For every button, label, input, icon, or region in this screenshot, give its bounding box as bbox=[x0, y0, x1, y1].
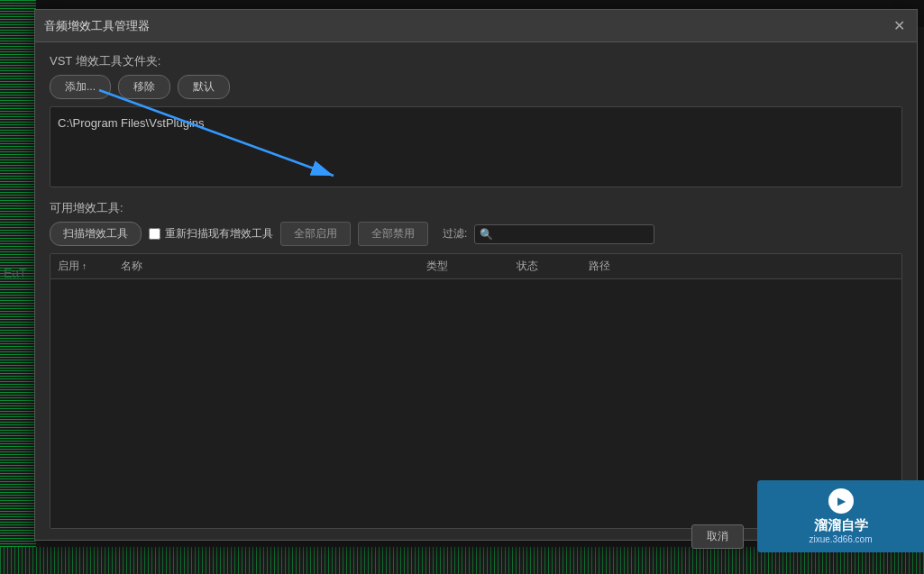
remove-folder-button[interactable]: 移除 bbox=[118, 75, 170, 99]
vst-section-label: VST 增效工具文件夹: bbox=[50, 53, 902, 69]
table-header: 启用 ↑ 名称 类型 状态 路径 bbox=[50, 254, 901, 279]
cancel-button[interactable]: 取消 bbox=[691, 524, 744, 549]
filter-label: 过滤: bbox=[443, 226, 467, 241]
vst-btn-row: 添加... 移除 默认 bbox=[50, 75, 902, 99]
default-folder-button[interactable]: 默认 bbox=[178, 75, 230, 99]
sort-arrow-enabled: ↑ bbox=[82, 261, 87, 271]
scan-plugins-button[interactable]: 扫描增效工具 bbox=[50, 222, 142, 246]
dialog-body: VST 增效工具文件夹: 添加... 移除 默认 C:\Program File… bbox=[35, 42, 917, 540]
folder-list: C:\Program Files\VstPlugins bbox=[50, 106, 902, 187]
watermark-sub: zixue.3d66.com bbox=[809, 534, 872, 544]
search-wrapper: 🔍 bbox=[474, 224, 654, 244]
watermark-badge: 溜溜自学 zixue.3d66.com bbox=[757, 480, 924, 552]
watermark-logo bbox=[828, 488, 854, 514]
col-type[interactable]: 类型 bbox=[426, 259, 517, 274]
enable-all-button[interactable]: 全部启用 bbox=[280, 222, 351, 246]
filter-input[interactable] bbox=[474, 224, 654, 244]
rescan-checkbox-label[interactable]: 重新扫描现有增效工具 bbox=[149, 226, 273, 241]
col-status[interactable]: 状态 bbox=[517, 259, 589, 274]
dialog-window: 音频增效工具管理器 ✕ VST 增效工具文件夹: 添加... 移除 默认 C:\… bbox=[34, 9, 918, 541]
rescan-label: 重新扫描现有增效工具 bbox=[165, 226, 273, 241]
plugins-section-label: 可用增效工具: bbox=[50, 200, 902, 216]
rescan-checkbox[interactable] bbox=[149, 228, 160, 240]
col-name[interactable]: 名称 bbox=[121, 259, 426, 274]
add-folder-button[interactable]: 添加... bbox=[50, 75, 111, 99]
col-path[interactable]: 路径 bbox=[589, 259, 894, 274]
vst-folder-section: VST 增效工具文件夹: 添加... 移除 默认 C:\Program File… bbox=[50, 53, 902, 187]
disable-all-button[interactable]: 全部禁用 bbox=[358, 222, 428, 246]
dialog-title: 音频增效工具管理器 bbox=[44, 18, 150, 34]
plugins-toolbar: 扫描增效工具 重新扫描现有增效工具 全部启用 全部禁用 过滤: 🔍 bbox=[50, 222, 902, 246]
watermark-title: 溜溜自学 bbox=[814, 517, 868, 534]
folder-path-item: C:\Program Files\VstPlugins bbox=[58, 114, 894, 132]
title-bar: 音频增效工具管理器 ✕ bbox=[35, 10, 917, 42]
close-button[interactable]: ✕ bbox=[890, 17, 908, 35]
col-enabled[interactable]: 启用 ↑ bbox=[58, 259, 121, 274]
waveform-left bbox=[0, 0, 36, 574]
